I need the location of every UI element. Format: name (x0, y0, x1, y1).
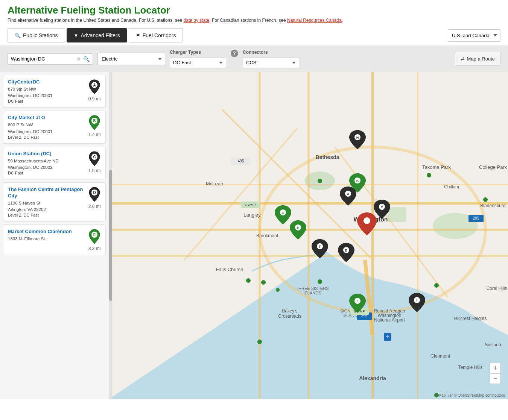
charger-type-group: Charger Types DC Fast Level 1 Level 2 (170, 50, 226, 68)
station-card-e[interactable]: Market Common Clarendon 1303 N. Fillmore… (3, 224, 106, 255)
svg-text:A: A (93, 83, 96, 87)
station-name-a: CityCenterDC (8, 79, 84, 85)
svg-text:Temple Hills: Temple Hills (458, 365, 483, 370)
station-info-a: CityCenterDC 870 9th St NW Washington, D… (8, 79, 84, 103)
fuel-type-select[interactable]: Electric Biodiesel CNG E85 Hydrogen LNG … (97, 53, 165, 65)
station-distance-d: 2.6 mi (88, 204, 101, 209)
tab-public-stations[interactable]: 🔍 Public Stations (8, 28, 65, 42)
station-type-d: Level 2, DC Fast (8, 213, 84, 217)
station-card-b[interactable]: City Market at O 800 P St NW Washington,… (3, 111, 106, 143)
svg-text:Brookmont: Brookmont (256, 233, 278, 238)
svg-text:295: 295 (473, 216, 479, 220)
svg-text:Glenmont: Glenmont (430, 353, 450, 359)
svg-text:B: B (356, 179, 359, 183)
region-select-wrap: U.S. and Canada U.S. Only Canada Only (448, 29, 500, 42)
station-distance-e: 3.3 mi (88, 246, 101, 251)
filter-bar: ✕ 🔍 Electric Biodiesel CNG E85 Hydrogen … (0, 46, 508, 72)
svg-text:College Park: College Park (479, 164, 507, 170)
station-info-e: Market Common Clarendon 1303 N. Fillmore… (8, 229, 84, 242)
svg-point-71 (257, 340, 262, 344)
svg-text:C: C (381, 205, 383, 209)
clear-location-button[interactable]: ✕ (76, 56, 81, 62)
station-address-e: 1303 N. Fillmore St., (8, 236, 84, 242)
marker-icon-c: C (88, 151, 101, 167)
tab-public-label: Public Stations (23, 32, 58, 38)
svg-point-68 (261, 280, 266, 285)
svg-text:Langley: Langley (243, 212, 261, 218)
svg-point-70 (434, 283, 439, 288)
station-distance-b: 1.4 mi (88, 132, 101, 137)
svg-text:✈: ✈ (386, 334, 389, 339)
station-card-d[interactable]: The Fashion Centre at Pentagon City 1100… (3, 182, 106, 221)
charger-type-select[interactable]: DC Fast Level 1 Level 2 (170, 57, 226, 68)
svg-text:F: F (319, 245, 321, 249)
map-area[interactable]: 495 395 295 Bethesda McLean (109, 72, 508, 399)
page-subtitle: Find alternative fueling stations in the… (8, 18, 500, 23)
station-address-d: 1100 S Hayes St Arlington, VA 22202 (8, 200, 84, 213)
map-route-icon: ⇄ (461, 56, 465, 62)
tab-advanced-filters[interactable]: ▼ Advanced Filters (67, 28, 127, 42)
station-type-b: Level 2, DC Fast (8, 135, 84, 139)
tabs-bar: 🔍 Public Stations ▼ Advanced Filters ⚑ F… (0, 25, 508, 46)
station-marker-a: A 0.9 mi (88, 79, 101, 102)
page-title: Alternative Fueling Station Locator (8, 5, 500, 16)
map-route-label: Map a Route (467, 56, 495, 62)
zoom-out-button[interactable]: − (490, 373, 500, 384)
map-svg: 495 395 295 Bethesda McLean (109, 72, 508, 399)
map-scrollbar[interactable] (109, 72, 112, 399)
svg-text:I: I (417, 299, 418, 302)
station-marker-c: C 1.5 mi (88, 151, 101, 173)
corridor-icon: ⚑ (136, 33, 140, 38)
station-marker-e: E 3.3 mi (88, 229, 101, 251)
svg-text:495: 495 (238, 159, 244, 163)
charger-types-label: Charger Types (170, 50, 226, 55)
svg-text:Bailey's: Bailey's (282, 308, 298, 314)
data-by-state-link[interactable]: data by state (184, 18, 210, 23)
svg-point-65 (427, 173, 431, 177)
svg-text:D: D (93, 191, 96, 195)
svg-text:Alexandria: Alexandria (359, 375, 386, 381)
station-info-c: Union Station (DC) 50 Massachusetts Ave … (8, 151, 84, 175)
station-type-c: DC Fast (8, 171, 84, 175)
location-search-button[interactable]: 🔍 (83, 56, 90, 62)
svg-text:Takoma Park: Takoma Park (422, 164, 451, 170)
svg-text:THREE SISTERS: THREE SISTERS (296, 286, 329, 291)
connector-group: Connectors CCS CHAdeMO J1772 Tesla (243, 50, 299, 68)
region-select[interactable]: U.S. and Canada U.S. Only Canada Only (448, 29, 500, 42)
svg-text:D: D (345, 249, 348, 252)
tab-fuel-corridors[interactable]: ⚑ Fuel Corridors (129, 28, 183, 42)
map-route-button[interactable]: ⇄ Map a Route (455, 52, 500, 66)
svg-text:A: A (347, 192, 350, 196)
station-address-b: 800 P St NW Washington, DC 20001 (8, 122, 84, 135)
svg-text:ISLANDS: ISLANDS (303, 291, 321, 295)
connectors-select[interactable]: CCS CHAdeMO J1772 Tesla (243, 57, 299, 68)
svg-text:McLean: McLean (206, 181, 223, 186)
station-info-b: City Market at O 800 P St NW Washington,… (8, 115, 84, 139)
station-card-a[interactable]: CityCenterDC 870 9th St NW Washington, D… (3, 75, 106, 108)
station-address-a: 870 9th St NW Washington, DC 20001 (8, 86, 84, 99)
marker-icon-b: B (88, 115, 101, 130)
svg-text:Coral Hills: Coral Hills (487, 286, 507, 291)
tab-advanced-label: Advanced Filters (81, 32, 120, 38)
main-content: CityCenterDC 870 9th St NW Washington, D… (0, 72, 508, 399)
help-icon[interactable]: ? (231, 50, 238, 57)
location-input[interactable] (11, 56, 74, 62)
charger-group: Charger Types DC Fast Level 1 Level 2 (170, 50, 226, 68)
svg-point-69 (318, 279, 322, 284)
connectors-label: Connectors (243, 50, 299, 55)
svg-point-67 (246, 278, 251, 283)
station-marker-b: B 1.4 mi (88, 115, 101, 137)
svg-point-64 (318, 179, 322, 183)
svg-text:Bethesda: Bethesda (315, 154, 339, 160)
svg-text:GWMP: GWMP (245, 203, 256, 207)
natural-resources-link[interactable]: Natural Resources Canada (287, 18, 342, 23)
station-name-c: Union Station (DC) (8, 151, 84, 157)
svg-text:National Airport: National Airport (374, 317, 405, 323)
marker-icon-e: E (88, 229, 101, 244)
svg-point-86 (364, 217, 370, 224)
svg-text:J: J (356, 299, 358, 303)
station-card-c[interactable]: Union Station (DC) 50 Massachusetts Ave … (3, 147, 106, 179)
svg-text:E: E (93, 233, 96, 237)
zoom-in-button[interactable]: + (490, 363, 500, 373)
fuel-type-wrap: Electric Biodiesel CNG E85 Hydrogen LNG … (97, 53, 165, 65)
